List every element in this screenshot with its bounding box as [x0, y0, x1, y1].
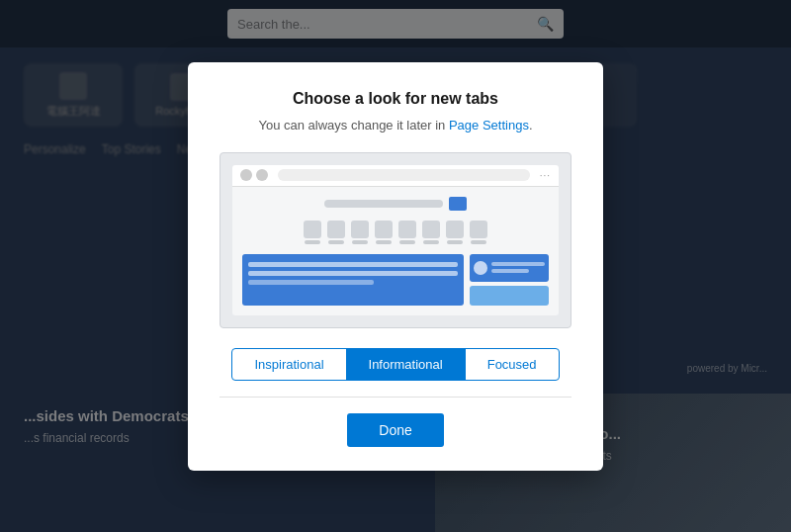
preview-quick-row: [242, 221, 549, 244]
preview-news-line-1: [248, 262, 458, 267]
preview-news-line-2: [248, 271, 458, 276]
preview-news-right-top: [470, 254, 549, 282]
preview-news-row: [242, 254, 549, 306]
preview-quick-5: [398, 221, 416, 244]
preview-content: [232, 187, 559, 315]
preview-address-bar: [278, 169, 530, 181]
preview-browser-bar: ···: [232, 165, 559, 187]
modal-subtitle: You can always change it later in Page S…: [220, 118, 571, 133]
tab-informational[interactable]: Informational: [347, 349, 466, 380]
preview-right-line-2: [491, 269, 529, 273]
preview-news-left: [242, 254, 464, 306]
preview-search-btn: [449, 197, 467, 211]
modal-dialog: Choose a look for new tabs You can alway…: [188, 62, 603, 471]
preview-right-lines: [491, 262, 545, 273]
preview-menu-icon: ···: [540, 170, 551, 181]
preview-quick-7: [446, 221, 464, 244]
preview-news-right-bottom: [470, 286, 549, 306]
preview-right-line-1: [491, 262, 545, 266]
preview-quick-8: [470, 221, 487, 244]
preview-search-bar: [324, 200, 443, 208]
modal-subtitle-text: You can always change it later in: [258, 118, 448, 133]
preview-quick-6: [422, 221, 440, 244]
preview-search-row: [242, 197, 549, 211]
modal-subtitle-period: .: [529, 118, 533, 133]
prev-back-btn: [240, 169, 252, 181]
page-settings-link[interactable]: Page Settings: [449, 118, 529, 133]
tab-preview: ···: [220, 152, 571, 328]
preview-quick-2: [327, 221, 345, 244]
modal-divider: [220, 397, 571, 398]
tab-inspirational[interactable]: Inspirational: [232, 349, 346, 380]
preview-quick-1: [304, 221, 321, 244]
modal-overlay: Choose a look for new tabs You can alway…: [0, 0, 791, 532]
preview-quick-3: [351, 221, 369, 244]
tab-focused[interactable]: Focused: [466, 349, 559, 380]
preview-avatar: [474, 261, 487, 275]
look-tab-group: Inspirational Informational Focused: [231, 348, 559, 381]
preview-news-right: [470, 254, 549, 306]
preview-news-line-3: [248, 280, 374, 285]
prev-fwd-btn: [256, 169, 268, 181]
done-button[interactable]: Done: [347, 413, 443, 447]
modal-title: Choose a look for new tabs: [220, 90, 571, 108]
preview-quick-4: [375, 221, 393, 244]
